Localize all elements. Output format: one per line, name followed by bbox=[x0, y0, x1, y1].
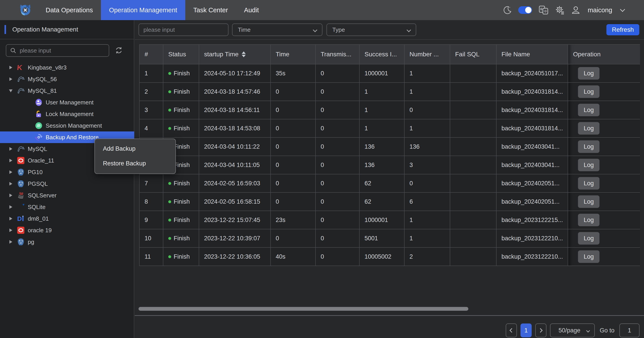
user-avatar-icon[interactable] bbox=[571, 5, 580, 15]
tree-item-dm8-01[interactable]: D dm8_01 bbox=[0, 213, 134, 224]
tree-expand-arrow-icon[interactable] bbox=[8, 170, 13, 174]
column-header-status[interactable]: Status bbox=[163, 45, 199, 64]
log-button[interactable]: Log bbox=[578, 67, 600, 80]
cell-num: 1 bbox=[140, 64, 163, 83]
column-header-operation[interactable]: Operation bbox=[568, 45, 640, 64]
language-switch-icon[interactable]: En 中 bbox=[538, 5, 549, 15]
tree-item-lock-management[interactable]: Lock Management bbox=[0, 108, 134, 120]
log-button[interactable]: Log bbox=[578, 250, 600, 263]
dark-mode-toggle[interactable] bbox=[518, 6, 532, 14]
cell-action: Log bbox=[568, 138, 640, 156]
cell-time: 0 bbox=[271, 138, 316, 156]
cell-status: Finish bbox=[163, 83, 199, 101]
cell-number: 3 bbox=[404, 156, 450, 174]
horizontal-scrollbar-thumb[interactable] bbox=[138, 307, 468, 311]
cell-success: 136 bbox=[360, 156, 404, 174]
cell-fail_sql bbox=[450, 138, 496, 156]
cell-startup: 2024-03-18 14:57:46 bbox=[199, 83, 271, 101]
tree-expand-arrow-icon[interactable] bbox=[8, 193, 13, 198]
status-finish-dot bbox=[168, 200, 171, 203]
tree-expand-arrow-icon[interactable] bbox=[8, 205, 13, 209]
column-label: Time bbox=[276, 51, 289, 58]
cell-fail_sql bbox=[450, 211, 496, 229]
settings-gear-icon[interactable] bbox=[555, 5, 565, 15]
log-button[interactable]: Log bbox=[578, 104, 600, 116]
log-button[interactable]: Log bbox=[578, 140, 600, 153]
tree-expand-arrow-icon[interactable] bbox=[8, 240, 13, 244]
cell-startup: 2024-03-04 10:11:05 bbox=[199, 156, 271, 174]
tree-expand-arrow-icon[interactable] bbox=[8, 65, 13, 70]
cell-startup: 2024-03-04 10:11:22 bbox=[199, 138, 271, 156]
column-label: Operation bbox=[573, 51, 600, 58]
page-size-select[interactable]: 50/page bbox=[550, 324, 595, 337]
cell-success: 1 bbox=[360, 101, 404, 119]
cell-file: backup_202402051... bbox=[496, 174, 568, 193]
column-header-success-i-[interactable]: Success I... bbox=[360, 45, 404, 64]
tab-task-center[interactable]: Task Center bbox=[185, 0, 236, 20]
filter-time-select[interactable]: Time bbox=[232, 23, 322, 36]
tree-refresh-icon[interactable] bbox=[114, 46, 123, 54]
goto-page-input[interactable]: 1 bbox=[620, 324, 640, 337]
column-header-fail-sql[interactable]: Fail SQL bbox=[450, 45, 496, 64]
tree-search-input[interactable]: please input bbox=[6, 44, 109, 57]
status-label: Finish bbox=[174, 198, 190, 205]
cell-transmission: 0 bbox=[316, 193, 360, 211]
tree-item-mysql-81[interactable]: MySQL_81 bbox=[0, 85, 134, 97]
column-header-transmis-[interactable]: Transmis... bbox=[316, 45, 360, 64]
cell-startup: 2023-12-22 15:07:45 bbox=[199, 211, 271, 229]
svg-text:K: K bbox=[17, 64, 22, 71]
status-finish-dot bbox=[168, 109, 171, 112]
page-number-1[interactable]: 1 bbox=[520, 324, 532, 337]
tree-item-pg[interactable]: pg bbox=[0, 236, 134, 248]
status-label: Finish bbox=[174, 235, 190, 242]
context-menu-restore-backup[interactable]: Restore Backup bbox=[95, 156, 176, 171]
tree-item-kingbase-v8r3[interactable]: K Kingbase_v8r3 bbox=[0, 62, 134, 73]
oracle-icon bbox=[16, 156, 25, 165]
tree-expand-arrow-icon[interactable] bbox=[8, 228, 13, 233]
column-header-startup-time[interactable]: startup Time bbox=[199, 45, 271, 64]
username-label[interactable]: maicong bbox=[588, 6, 612, 14]
log-button[interactable]: Log bbox=[578, 177, 600, 190]
context-menu-add-backup[interactable]: Add Backup bbox=[95, 141, 176, 156]
next-page-button[interactable] bbox=[535, 324, 546, 337]
tree-expand-arrow-icon[interactable] bbox=[8, 88, 13, 93]
tab-data-operations[interactable]: Data Operations bbox=[38, 0, 101, 20]
tree-item-user-management[interactable]: User Management bbox=[0, 97, 134, 108]
log-button[interactable]: Log bbox=[578, 159, 600, 171]
column-header--[interactable]: # bbox=[140, 45, 163, 64]
cell-startup: 2024-03-18 14:53:08 bbox=[199, 119, 271, 138]
cell-number: 1 bbox=[404, 119, 450, 138]
refresh-button[interactable]: Refresh bbox=[606, 24, 639, 35]
user-menu-chevron-down-icon[interactable] bbox=[620, 7, 625, 12]
log-button[interactable]: Log bbox=[578, 195, 600, 208]
status-label: Finish bbox=[174, 70, 190, 77]
tree-item-oracle-19[interactable]: oracle 19 bbox=[0, 224, 134, 236]
cell-transmission: 0 bbox=[316, 64, 360, 83]
tab-operation-management[interactable]: Operation Management bbox=[101, 0, 185, 20]
tree-item-mysql-56[interactable]: MySQL_56 bbox=[0, 73, 134, 85]
tree-item-sqlite[interactable]: SQLite bbox=[0, 201, 134, 213]
log-button[interactable]: Log bbox=[578, 122, 600, 135]
tree-expand-arrow-icon[interactable] bbox=[8, 158, 13, 163]
column-header-file-name[interactable]: File Name bbox=[496, 45, 568, 64]
tree-expand-arrow-icon[interactable] bbox=[8, 77, 13, 81]
sort-icon[interactable] bbox=[242, 51, 246, 57]
filter-search-input[interactable]: please input bbox=[138, 23, 228, 36]
log-button[interactable]: Log bbox=[578, 232, 600, 245]
tab-audit[interactable]: Audit bbox=[236, 0, 267, 20]
column-header-number-[interactable]: Number ... bbox=[404, 45, 450, 64]
tree-expand-arrow-icon[interactable] bbox=[8, 216, 13, 221]
tree-expand-arrow-icon[interactable] bbox=[8, 182, 13, 186]
cell-number: 6 bbox=[404, 193, 450, 211]
page-size-label: 50/page bbox=[558, 327, 580, 334]
log-button[interactable]: Log bbox=[578, 85, 600, 98]
filter-type-select[interactable]: Type bbox=[326, 23, 416, 36]
tree-item-sqlserver[interactable]: SQLServer bbox=[0, 190, 134, 201]
tree-item-pgsql[interactable]: PGSQL bbox=[0, 178, 134, 190]
column-header-time[interactable]: Time bbox=[271, 45, 316, 64]
log-button[interactable]: Log bbox=[578, 214, 600, 226]
tree-item-session-management[interactable]: Session Management bbox=[0, 120, 134, 131]
goto-label: Go to bbox=[600, 327, 614, 334]
prev-page-button[interactable] bbox=[506, 324, 517, 337]
tree-expand-arrow-icon[interactable] bbox=[8, 147, 13, 151]
